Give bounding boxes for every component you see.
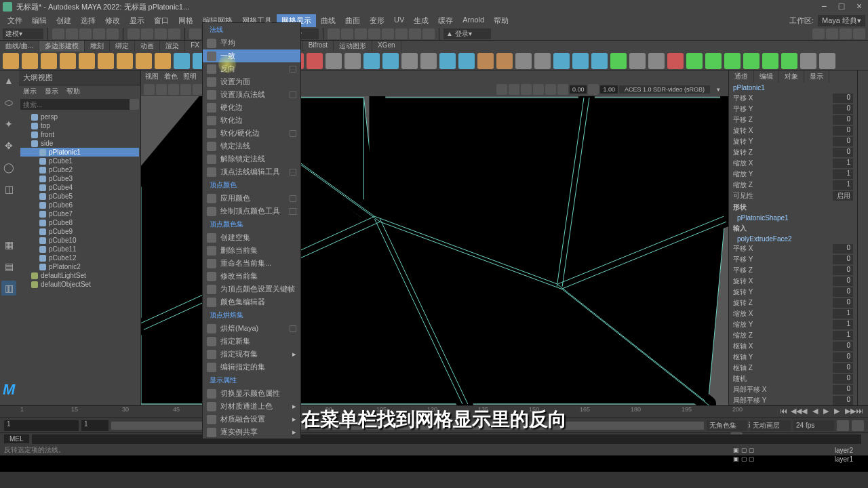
menu-13[interactable]: 变形 bbox=[365, 14, 389, 27]
step-fwd-icon[interactable]: ▶ bbox=[834, 407, 844, 416]
menu-item[interactable]: 应用颜色 bbox=[203, 192, 300, 205]
close-button[interactable]: × bbox=[853, 2, 865, 12]
open-icon[interactable] bbox=[66, 28, 78, 39]
menu-item[interactable]: 平均 bbox=[203, 37, 300, 49]
shelf-button[interactable] bbox=[307, 53, 323, 69]
scale-tool-icon[interactable]: ◫ bbox=[1, 182, 16, 197]
shelf-button[interactable] bbox=[819, 53, 835, 69]
shelf-button[interactable] bbox=[79, 53, 95, 69]
play-next-icon[interactable]: ▶▶ bbox=[845, 407, 854, 416]
menu-item[interactable]: 烘焙(Maya) bbox=[203, 322, 300, 335]
sel3-icon[interactable] bbox=[155, 28, 167, 39]
shelf-tab[interactable]: 渲染 bbox=[160, 41, 185, 52]
menu-item[interactable]: 编辑指定的集 bbox=[203, 361, 300, 373]
channel-row[interactable]: 平移 Z0 bbox=[729, 115, 857, 125]
outliner-item[interactable]: pCube3 bbox=[20, 174, 139, 183]
outliner-menu[interactable]: 帮助 bbox=[66, 87, 80, 96]
minimize-button[interactable]: − bbox=[818, 2, 830, 12]
shelf-button[interactable] bbox=[496, 53, 513, 69]
outliner-item[interactable]: pCube6 bbox=[20, 201, 139, 209]
shelf-tab[interactable]: 绑定 bbox=[110, 41, 135, 52]
channel-row[interactable]: 旋转 Z0 bbox=[729, 298, 857, 308]
maximize-button[interactable]: □ bbox=[835, 2, 848, 12]
menu-0[interactable]: 文件 bbox=[3, 14, 27, 27]
sel-icon[interactable] bbox=[127, 28, 140, 39]
shelf-button[interactable] bbox=[22, 53, 38, 69]
vp-icon[interactable] bbox=[180, 84, 191, 95]
vp-icon[interactable] bbox=[533, 84, 544, 95]
channel-tab[interactable]: 对象 bbox=[779, 70, 804, 83]
shelf-tab[interactable]: 雕刻 bbox=[85, 41, 110, 52]
menu-2[interactable]: 创建 bbox=[52, 14, 76, 27]
option-box-icon[interactable] bbox=[290, 130, 296, 137]
menu-item[interactable]: 硬化边 bbox=[203, 101, 300, 114]
channel-row[interactable]: 平移 X0 bbox=[729, 93, 857, 104]
menu-item[interactable]: 反向 bbox=[203, 62, 300, 75]
menu-17[interactable]: Arnold bbox=[458, 14, 489, 27]
hist3-icon[interactable] bbox=[355, 28, 367, 39]
channel-row[interactable]: 旋转 Y0 bbox=[729, 136, 857, 147]
outliner-item[interactable]: pPlatonic2 bbox=[20, 262, 139, 271]
panel4-icon[interactable] bbox=[853, 28, 865, 39]
outliner-menu[interactable]: 展示 bbox=[23, 87, 37, 96]
shelf-button[interactable] bbox=[98, 53, 114, 69]
shelf-tab[interactable]: 动画 bbox=[135, 41, 160, 52]
channel-row[interactable]: 枢轴 Y0 bbox=[729, 352, 857, 363]
channel-row[interactable]: 旋转 X0 bbox=[729, 125, 857, 136]
menu-item[interactable]: 对材质通道上色▸ bbox=[203, 400, 300, 413]
panel3-icon[interactable] bbox=[840, 28, 852, 39]
menu-item[interactable]: 删除当前集 bbox=[203, 244, 300, 257]
shelf-button[interactable] bbox=[743, 53, 760, 69]
menu-item[interactable]: 解除锁定法线 bbox=[203, 152, 300, 165]
workspace-combo[interactable]: Maya 经典▾ bbox=[818, 15, 865, 26]
shelf-button[interactable] bbox=[174, 53, 190, 69]
channel-tab[interactable]: 通道 bbox=[729, 70, 754, 83]
shelf-button[interactable] bbox=[458, 53, 475, 69]
pause-icon[interactable] bbox=[422, 28, 435, 39]
shelf-button[interactable] bbox=[477, 53, 494, 69]
menu-6[interactable]: 窗口 bbox=[149, 14, 174, 27]
panel1-icon[interactable] bbox=[812, 28, 825, 39]
channel-row[interactable]: 平移 Y0 bbox=[729, 104, 857, 115]
outliner-item[interactable]: pCube1 bbox=[20, 157, 139, 165]
vp-icon[interactable] bbox=[509, 84, 519, 95]
channel-row[interactable]: 缩放 Y1 bbox=[729, 319, 857, 330]
menu-item[interactable]: 切换显示颜色属性 bbox=[203, 387, 300, 400]
channel-row[interactable]: 局部平移 Y0 bbox=[729, 395, 857, 406]
menu-item[interactable]: 顶点法线编辑工具 bbox=[203, 165, 300, 178]
gamma-value[interactable]: 1.00 bbox=[600, 85, 618, 94]
hist4-icon[interactable] bbox=[368, 28, 380, 39]
shelf-button[interactable] bbox=[781, 53, 797, 69]
sel4-icon[interactable] bbox=[168, 28, 180, 39]
vp-icon[interactable] bbox=[545, 84, 556, 95]
menu-item[interactable]: 绘制顶点颜色工具 bbox=[203, 205, 300, 218]
move-tool-icon[interactable]: ✥ bbox=[1, 138, 16, 153]
layout-tool-icon[interactable]: ▦ bbox=[1, 237, 16, 252]
shelf-button[interactable] bbox=[629, 53, 646, 69]
charset-combo[interactable]: 无角色集 bbox=[707, 420, 747, 431]
outliner-item[interactable]: top bbox=[20, 121, 139, 130]
shelf-tab[interactable]: 运动图形 bbox=[334, 41, 372, 52]
colorspace-combo[interactable]: ACES 1.0 SDR-video (sRGB) bbox=[619, 85, 710, 94]
menu-12[interactable]: 曲面 bbox=[340, 14, 365, 27]
menu-item[interactable]: 一致 bbox=[203, 49, 300, 62]
vp-icon[interactable] bbox=[144, 84, 155, 95]
shelf-button[interactable] bbox=[724, 53, 741, 69]
outliner-item[interactable]: pCube12 bbox=[20, 253, 139, 262]
fps-combo[interactable]: 24 fps bbox=[793, 420, 834, 431]
shelf-button[interactable] bbox=[591, 53, 608, 69]
channel-row[interactable]: 旋转 X0 bbox=[729, 276, 857, 287]
shelf-button[interactable] bbox=[800, 53, 816, 69]
rotate-tool-icon[interactable]: ◯ bbox=[1, 160, 16, 175]
option-box-icon[interactable] bbox=[290, 66, 296, 73]
outliner-item[interactable]: pCube10 bbox=[20, 236, 139, 245]
mode-combo[interactable]: 建模▾ bbox=[3, 28, 43, 39]
render3-icon[interactable] bbox=[409, 28, 421, 39]
shelf-button[interactable] bbox=[344, 53, 361, 69]
vp-menu[interactable]: 照明 bbox=[183, 72, 197, 81]
menu-item[interactable]: 创建空集 bbox=[203, 231, 300, 244]
channel-row[interactable]: 缩放 Z1 bbox=[729, 180, 857, 190]
menu-5[interactable]: 显示 bbox=[125, 14, 149, 27]
shelf-button[interactable] bbox=[3, 53, 19, 69]
shelf-button[interactable] bbox=[572, 53, 589, 69]
